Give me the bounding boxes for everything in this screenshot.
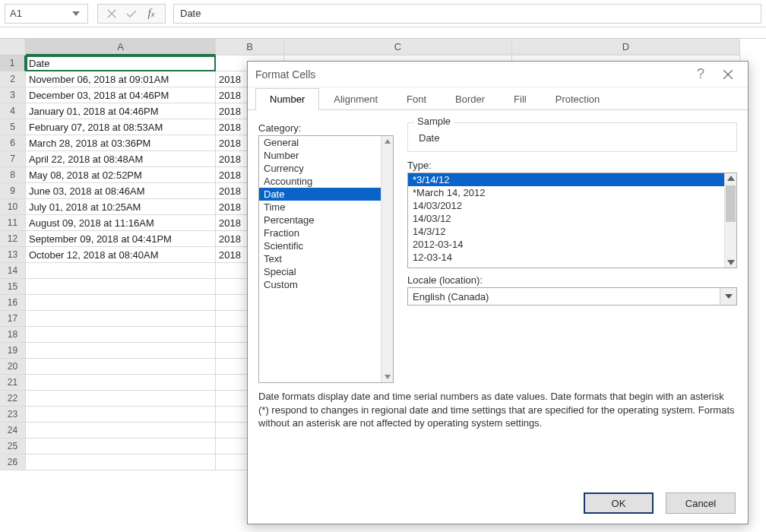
cell[interactable] (26, 279, 216, 295)
tab-number[interactable]: Number (255, 88, 319, 110)
type-option[interactable]: 12-03-14 (408, 251, 736, 264)
row-header[interactable]: 2 (0, 71, 26, 87)
ok-button[interactable]: OK (584, 492, 654, 514)
column-header-d[interactable]: D (512, 39, 740, 55)
category-option[interactable]: Date (259, 188, 393, 201)
row-header[interactable]: 10 (0, 199, 26, 215)
row-header[interactable]: 15 (0, 279, 26, 295)
insert-function-icon[interactable]: fx (142, 5, 160, 22)
tab-protection[interactable]: Protection (541, 88, 615, 110)
row-header[interactable]: 19 (0, 343, 26, 359)
type-option[interactable]: 14/03/12 (408, 212, 736, 225)
row-header[interactable]: 11 (0, 215, 26, 231)
cell[interactable]: August 09, 2018 at 11:16AM (26, 215, 216, 231)
type-option[interactable]: 14/3/12 (408, 225, 736, 238)
row-header[interactable]: 7 (0, 151, 26, 167)
row-header[interactable]: 3 (0, 87, 26, 103)
category-option[interactable]: Accounting (259, 175, 393, 188)
cell[interactable] (26, 311, 216, 327)
row-header[interactable]: 25 (0, 439, 26, 454)
dialog-titlebar[interactable]: Format Cells ? (248, 62, 748, 87)
cell[interactable] (26, 327, 216, 343)
row-header[interactable]: 5 (0, 119, 26, 135)
category-option[interactable]: Scientific (259, 239, 393, 252)
cell[interactable]: March 28, 2018 at 03:36PM (26, 135, 216, 151)
row-header[interactable]: 20 (0, 359, 26, 375)
row-header[interactable]: 18 (0, 327, 26, 343)
type-option[interactable]: 2012-03-14 (408, 238, 736, 251)
type-list[interactable]: *3/14/12*March 14, 201214/03/201214/03/1… (407, 173, 737, 268)
confirm-edit-icon[interactable] (122, 5, 141, 22)
tab-font[interactable]: Font (392, 88, 441, 110)
category-option[interactable]: General (259, 136, 393, 149)
cell[interactable] (26, 391, 216, 407)
name-box-dropdown-icon[interactable] (69, 5, 83, 22)
cell[interactable]: November 06, 2018 at 09:01AM (26, 71, 216, 87)
column-header-c[interactable]: C (284, 39, 512, 55)
type-option[interactable]: *3/14/12 (408, 173, 736, 186)
locale-select[interactable]: English (Canada) (407, 287, 737, 306)
tab-border[interactable]: Border (441, 88, 499, 110)
row-header[interactable]: 24 (0, 423, 26, 439)
row-header[interactable]: 9 (0, 183, 26, 199)
cell[interactable]: June 03, 2018 at 08:46AM (26, 183, 216, 199)
column-header-a[interactable]: A (26, 39, 216, 55)
row-header[interactable]: 26 (0, 454, 26, 470)
category-option[interactable]: Text (259, 252, 393, 265)
cell[interactable] (26, 359, 216, 375)
cell[interactable]: February 07, 2018 at 08:53AM (26, 119, 216, 135)
tab-fill[interactable]: Fill (499, 88, 541, 110)
cell[interactable] (26, 407, 216, 423)
cell[interactable]: January 01, 2018 at 04:46PM (26, 103, 216, 119)
row-header[interactable]: 21 (0, 375, 26, 391)
row-header[interactable]: 4 (0, 103, 26, 119)
category-option[interactable]: Number (259, 149, 393, 162)
cell[interactable] (26, 454, 216, 470)
type-option[interactable]: 14/03/2012 (408, 199, 736, 212)
cell[interactable] (26, 423, 216, 439)
row-header[interactable]: 17 (0, 311, 26, 327)
formula-input[interactable]: Date (173, 4, 761, 24)
row-header[interactable]: 14 (0, 263, 26, 279)
row-header[interactable]: 6 (0, 135, 26, 151)
tab-alignment[interactable]: Alignment (319, 88, 392, 110)
type-option[interactable]: *March 14, 2012 (408, 186, 736, 199)
name-box[interactable]: A1 (5, 4, 88, 24)
category-option[interactable]: Fraction (259, 226, 393, 239)
cell[interactable]: Date (26, 55, 216, 71)
cancel-edit-icon[interactable] (103, 5, 121, 22)
row-header[interactable]: 13 (0, 247, 26, 263)
category-option[interactable]: Custom (259, 278, 393, 291)
cell[interactable]: May 08, 2018 at 02:52PM (26, 167, 216, 183)
cancel-button[interactable]: Cancel (666, 492, 736, 514)
cell[interactable]: December 03, 2018 at 04:46PM (26, 87, 216, 103)
cell[interactable] (26, 343, 216, 359)
cell[interactable] (26, 263, 216, 279)
cell[interactable]: April 22, 2018 at 08:48AM (26, 151, 216, 167)
category-option[interactable]: Percentage (259, 214, 393, 226)
row-header[interactable]: 12 (0, 231, 26, 247)
help-button[interactable]: ? (688, 62, 713, 87)
type-scrollbar-thumb[interactable] (726, 185, 736, 222)
category-option[interactable]: Special (259, 265, 393, 278)
locale-dropdown-icon[interactable] (720, 288, 736, 305)
cell[interactable] (26, 375, 216, 391)
column-header-b[interactable]: B (216, 39, 284, 55)
category-list[interactable]: GeneralNumberCurrencyAccountingDateTimeP… (258, 135, 394, 383)
row-header[interactable]: 1 (0, 55, 26, 71)
cell[interactable] (26, 295, 216, 311)
cell[interactable]: October 12, 2018 at 08:40AM (26, 247, 216, 263)
category-scrollbar[interactable] (381, 136, 393, 382)
row-header[interactable]: 23 (0, 407, 26, 423)
cell[interactable] (26, 439, 216, 454)
close-button[interactable] (716, 62, 740, 87)
category-option[interactable]: Time (259, 201, 393, 214)
select-all-corner[interactable] (0, 39, 26, 55)
type-scrollbar[interactable] (724, 173, 736, 268)
cell[interactable]: July 01, 2018 at 10:25AM (26, 199, 216, 215)
cell[interactable]: September 09, 2018 at 04:41PM (26, 231, 216, 247)
row-header[interactable]: 16 (0, 295, 26, 311)
row-header[interactable]: 8 (0, 167, 26, 183)
row-header[interactable]: 22 (0, 391, 26, 407)
category-option[interactable]: Currency (259, 162, 393, 175)
